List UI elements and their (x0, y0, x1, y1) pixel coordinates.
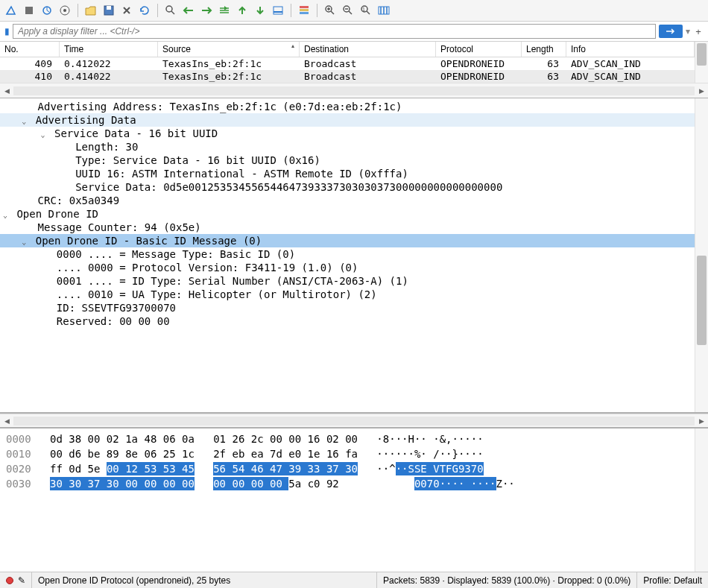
status-bar: ✎ Open Drone ID Protocol (opendroneid), … (0, 572, 708, 588)
open-icon[interactable] (83, 2, 99, 19)
svg-text:1: 1 (362, 7, 365, 12)
packet-list-vscroll[interactable] (695, 42, 708, 83)
svg-rect-10 (300, 12, 309, 14)
options-icon[interactable] (57, 2, 73, 19)
resize-columns-icon[interactable] (376, 2, 392, 19)
toggle-icon[interactable]: ⌄ (19, 117, 29, 125)
col-length[interactable]: Length (522, 42, 566, 57)
autoscroll-icon[interactable] (270, 2, 286, 19)
bookmark-icon[interactable]: ▮ (4, 26, 10, 37)
colorize-icon[interactable] (296, 2, 312, 19)
packet-list-hscroll[interactable]: ◀▶ (0, 83, 708, 98)
status-packets: Packets: 5839 · Displayed: 5839 (100.0%)… (377, 572, 637, 588)
col-protocol[interactable]: Protocol (436, 42, 522, 57)
zoom-out-icon[interactable] (340, 2, 356, 19)
svg-rect-0 (25, 7, 33, 14)
zoom-reset-icon[interactable]: 1 (358, 2, 374, 19)
back-icon[interactable] (180, 2, 197, 19)
display-filter-input[interactable] (13, 24, 656, 39)
last-icon[interactable] (252, 2, 268, 19)
toggle-icon[interactable]: ⌄ (0, 211, 10, 219)
packet-row[interactable]: 410 0.414022 TexasIns_eb:2f:1c Broadcast… (0, 70, 695, 83)
details-hscroll[interactable]: ◀▶ (0, 414, 708, 429)
find-icon[interactable] (162, 2, 179, 19)
main-toolbar: 1 (0, 0, 708, 22)
packet-list-header[interactable]: No. Time Source▴ Destination Protocol Le… (0, 42, 695, 57)
apply-filter-button[interactable] (659, 25, 683, 38)
col-destination[interactable]: Destination (300, 42, 436, 57)
reload-icon[interactable] (136, 2, 153, 19)
packet-bytes-pane: 0000 0d 38 00 02 1a 48 06 0a 01 26 2c 00… (0, 429, 708, 572)
status-protocol: Open Drone ID Protocol (opendroneid), 25… (32, 572, 377, 588)
close-icon[interactable] (118, 2, 135, 19)
save-icon[interactable] (101, 2, 117, 19)
col-no[interactable]: No. (0, 42, 60, 57)
edit-icon[interactable]: ✎ (18, 575, 25, 586)
restart-icon[interactable] (39, 2, 55, 19)
stop-icon[interactable] (21, 2, 37, 19)
goto-icon[interactable] (216, 2, 233, 19)
add-filter-button[interactable]: + (693, 26, 704, 37)
first-icon[interactable] (234, 2, 250, 19)
col-time[interactable]: Time (60, 42, 158, 57)
svg-rect-7 (274, 7, 282, 14)
svg-rect-9 (300, 9, 309, 11)
toggle-icon[interactable]: ⌄ (19, 238, 29, 246)
svg-point-6 (166, 6, 172, 12)
col-info[interactable]: Info (566, 42, 695, 57)
expert-info-icon[interactable] (6, 577, 13, 584)
forward-icon[interactable] (198, 2, 215, 19)
hex-vscroll[interactable] (695, 429, 708, 572)
status-profile[interactable]: Profile: Default (637, 572, 708, 588)
packet-details-tree[interactable]: Advertising Address: TexasIns_eb:2f:1c (… (0, 98, 695, 412)
toggle-icon[interactable]: ⌄ (38, 130, 48, 139)
svg-point-3 (63, 9, 66, 12)
packet-list-pane: No. Time Source▴ Destination Protocol Le… (0, 42, 708, 98)
svg-rect-8 (300, 6, 309, 8)
packet-row[interactable]: 409 0.412022 TexasIns_eb:2f:1c Broadcast… (0, 57, 695, 70)
svg-rect-5 (107, 6, 111, 10)
hex-dump[interactable]: 0000 0d 38 00 02 1a 48 06 0a 01 26 2c 00… (0, 429, 695, 572)
shark-fin-icon[interactable] (3, 2, 19, 19)
zoom-in-icon[interactable] (322, 2, 338, 19)
filter-bar: ▮ ▾ + (0, 22, 708, 42)
details-vscroll[interactable] (695, 98, 708, 412)
packet-details-pane: Advertising Address: TexasIns_eb:2f:1c (… (0, 98, 708, 414)
col-source[interactable]: Source▴ (158, 42, 300, 57)
